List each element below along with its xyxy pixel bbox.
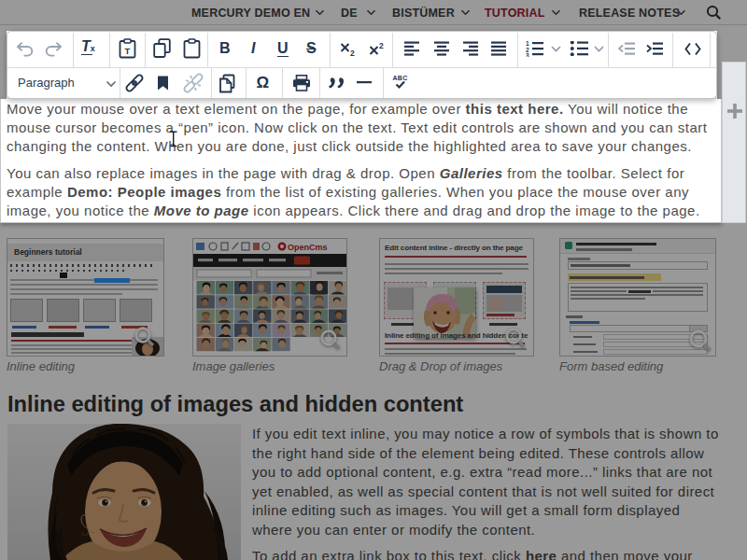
svg-text:ABC: ABC [392,75,407,81]
svg-text:2: 2 [350,49,355,57]
svg-text:T: T [125,46,131,56]
svg-text:2: 2 [379,41,384,50]
svg-text:3: 3 [526,52,529,58]
